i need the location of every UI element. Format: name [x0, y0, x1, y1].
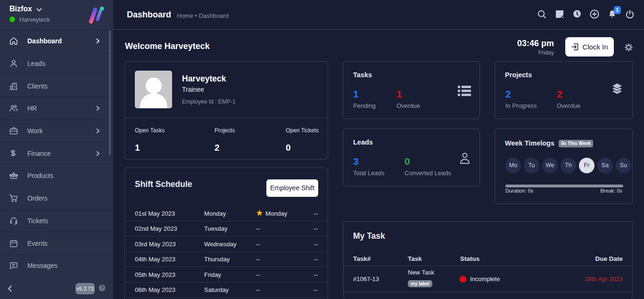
svg-text:?: ?	[100, 285, 104, 291]
